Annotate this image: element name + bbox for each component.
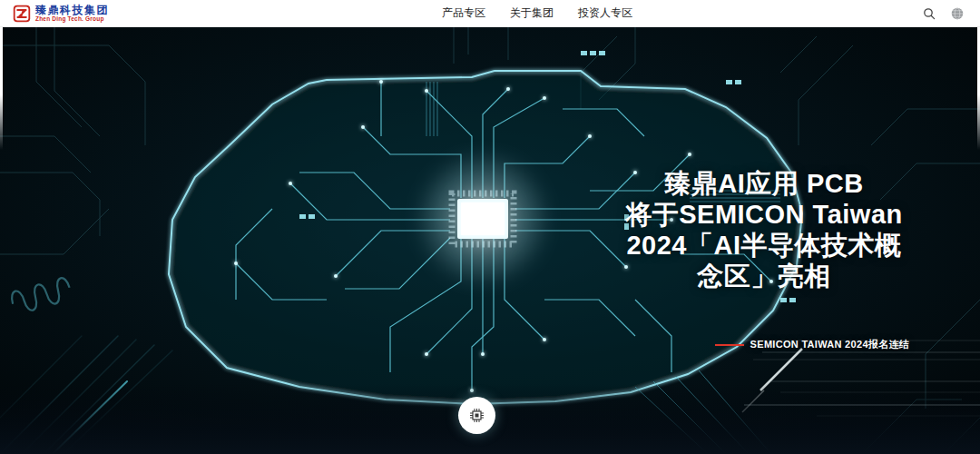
registration-link-label: SEMICON TAIWAN 2024报名连结 [750,338,909,351]
headline-line-4: 念区」亮相 [610,261,918,291]
nav-item-about[interactable]: 关于集团 [510,5,554,21]
scroll-down-chip-button[interactable] [458,397,495,434]
headline-line-2: 将于SEMICON Taiwan [610,199,918,230]
search-icon[interactable] [923,7,936,20]
headline-line-3: 2024「AI半导体技术概 [610,230,918,261]
logo-title-zh: 臻鼎科技集团 [35,5,109,15]
nav-item-investors[interactable]: 投资人专区 [578,5,632,21]
brand-logo[interactable]: 臻鼎科技集团 Zhen Ding Tech. Group [13,5,109,23]
globe-language-icon[interactable] [951,7,964,20]
header-icons [923,7,967,20]
logo-subtitle-en: Zhen Ding Tech. Group [35,16,109,23]
hero-banner: 臻鼎AI应用 PCB 将于SEMICON Taiwan 2024「AI半导体技术… [0,27,980,454]
semicon-registration-link[interactable]: SEMICON TAIWAN 2024报名连结 [715,338,909,351]
main-nav: 产品专区 关于集团 投资人专区 [442,0,632,26]
nav-item-products[interactable]: 产品专区 [442,5,485,21]
logo-text: 臻鼎科技集团 Zhen Ding Tech. Group [35,5,109,23]
headline-line-1: 臻鼎AI应用 PCB [610,168,918,199]
hero-headline: 臻鼎AI应用 PCB 将于SEMICON Taiwan 2024「AI半导体技术… [610,168,918,291]
cpu-chip-icon [469,408,485,423]
site-header: 臻鼎科技集团 Zhen Ding Tech. Group 产品专区 关于集团 投… [0,0,980,27]
red-accent-dash [715,344,744,346]
page-edge-gap-left [0,27,3,150]
zd-logo-icon [13,5,31,23]
